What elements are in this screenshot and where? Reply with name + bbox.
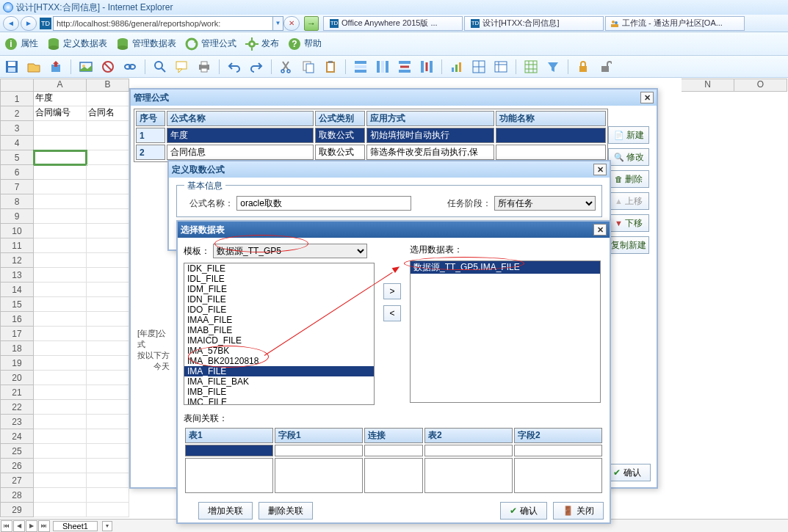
copynew-button[interactable]: 复制新建 (608, 236, 649, 254)
row-header[interactable]: 5 (0, 150, 34, 165)
edit-button[interactable]: 🔍修改 (608, 148, 649, 166)
browser-tab-0[interactable]: TDOffice Anywhere 2015版 ... (323, 16, 463, 31)
export-icon[interactable] (48, 59, 63, 74)
row-header[interactable]: 6 (0, 165, 34, 180)
cell[interactable] (34, 312, 87, 327)
cell[interactable] (87, 415, 129, 429)
template-select[interactable]: 数据源_TT_GP5 (213, 244, 367, 258)
cell[interactable] (34, 194, 87, 209)
relation-row[interactable] (185, 445, 602, 456)
cell[interactable] (34, 253, 87, 268)
sheet-nav-last[interactable]: ⏭ (38, 520, 50, 532)
row-header[interactable]: 9 (0, 209, 34, 224)
cell[interactable] (87, 150, 129, 165)
close-icon[interactable]: ✕ (593, 164, 607, 175)
menu-manage-table[interactable]: 管理数据表 (116, 37, 176, 51)
cell[interactable] (34, 371, 87, 385)
row-header[interactable]: 2 (0, 106, 34, 121)
row-header[interactable]: 19 (0, 356, 34, 371)
url-input[interactable] (53, 16, 273, 31)
cell[interactable] (87, 356, 129, 371)
list-item[interactable]: IMC_FILE (184, 397, 374, 405)
cell[interactable] (87, 209, 129, 224)
movedown-button[interactable]: ▼下移 (608, 214, 649, 232)
row-header[interactable]: 3 (0, 121, 34, 136)
search-icon[interactable] (153, 59, 167, 74)
cell[interactable] (34, 297, 87, 312)
close-icon[interactable]: ✕ (640, 92, 654, 103)
cell[interactable] (87, 297, 129, 312)
cut-icon[interactable] (279, 59, 294, 74)
row-header[interactable]: 17 (0, 327, 34, 341)
row-header[interactable]: 11 (0, 238, 34, 253)
cell[interactable] (87, 165, 129, 180)
forward-button[interactable]: ► (21, 16, 37, 31)
link-icon[interactable] (123, 59, 137, 74)
cell[interactable] (34, 503, 87, 517)
col-header-N[interactable]: N (682, 79, 734, 92)
cell[interactable] (87, 459, 129, 473)
cell[interactable] (87, 268, 129, 283)
delete-relation-button[interactable]: 删除关联 (259, 502, 313, 520)
list-item[interactable]: IDL_FILE (184, 274, 374, 284)
cell[interactable] (87, 312, 129, 327)
open-icon[interactable] (26, 59, 41, 74)
cancel-icon[interactable] (101, 59, 115, 74)
undo-icon[interactable] (227, 59, 242, 74)
row-header[interactable]: 13 (0, 268, 34, 283)
grid-icon[interactable] (524, 59, 538, 74)
insert-col-icon[interactable] (375, 59, 390, 74)
cell[interactable] (87, 400, 129, 415)
copy-icon[interactable] (301, 59, 316, 74)
cell[interactable] (34, 444, 87, 459)
cell[interactable] (87, 371, 129, 385)
cell[interactable] (34, 224, 87, 238)
row-header[interactable]: 20 (0, 371, 34, 385)
list-item[interactable]: IMAICD_FILE (184, 335, 374, 346)
image-icon[interactable] (79, 59, 93, 74)
list-item[interactable]: IMA_FILE (184, 366, 374, 376)
list-item[interactable]: IMAB_FILE (184, 325, 374, 335)
cell[interactable]: 合同名 (87, 106, 129, 121)
cell[interactable] (34, 283, 87, 297)
row-header[interactable]: 21 (0, 385, 34, 400)
row-header[interactable]: 10 (0, 224, 34, 238)
moveup-button[interactable]: ▲上移 (608, 192, 649, 210)
delete-col-icon[interactable] (419, 59, 434, 74)
unlock-icon[interactable] (598, 59, 612, 74)
menu-define-table[interactable]: 定义数据表 (47, 37, 107, 51)
row-header[interactable]: 16 (0, 312, 34, 327)
dialog-titlebar[interactable]: 选择数据表 ✕ (178, 222, 610, 238)
cell[interactable] (87, 238, 129, 253)
cell[interactable] (34, 429, 87, 444)
go-button[interactable]: → (304, 16, 319, 31)
sheet-tab[interactable]: Sheet1 (53, 521, 98, 531)
cell[interactable] (87, 488, 129, 503)
list-item[interactable]: IDO_FILE (184, 305, 374, 315)
list-item[interactable]: IMA_BK20120818 (184, 356, 374, 366)
cell[interactable] (34, 356, 87, 371)
cell[interactable] (87, 224, 129, 238)
col-header-O[interactable]: O (734, 79, 787, 92)
cell[interactable] (34, 488, 87, 503)
list-item[interactable]: 数据源_TT_GP5.IMA_FILE (411, 261, 600, 274)
cell[interactable] (34, 165, 87, 180)
dialog-titlebar[interactable]: 定义取数公式 ✕ (169, 161, 610, 178)
cell[interactable] (87, 136, 129, 150)
row-header[interactable]: 22 (0, 400, 34, 415)
cell[interactable] (87, 341, 129, 356)
cell[interactable] (34, 327, 87, 341)
relation-row[interactable] (185, 458, 602, 493)
cell[interactable] (34, 473, 87, 488)
delete-button[interactable]: 🗑删除 (608, 170, 649, 188)
comment-icon[interactable] (175, 59, 189, 74)
cell[interactable]: 合同编号 (34, 106, 87, 121)
row-header[interactable]: 12 (0, 253, 34, 268)
col-header-B[interactable]: B (87, 79, 129, 92)
row-header[interactable]: 7 (0, 180, 34, 194)
sheet-nav-first[interactable]: ⏮ (1, 520, 12, 532)
menu-properties[interactable]: i属性 (4, 37, 38, 51)
add-relation-button[interactable]: 增加关联 (198, 502, 253, 520)
cell[interactable] (34, 400, 87, 415)
dialog-titlebar[interactable]: 管理公式 ✕ (131, 90, 657, 106)
